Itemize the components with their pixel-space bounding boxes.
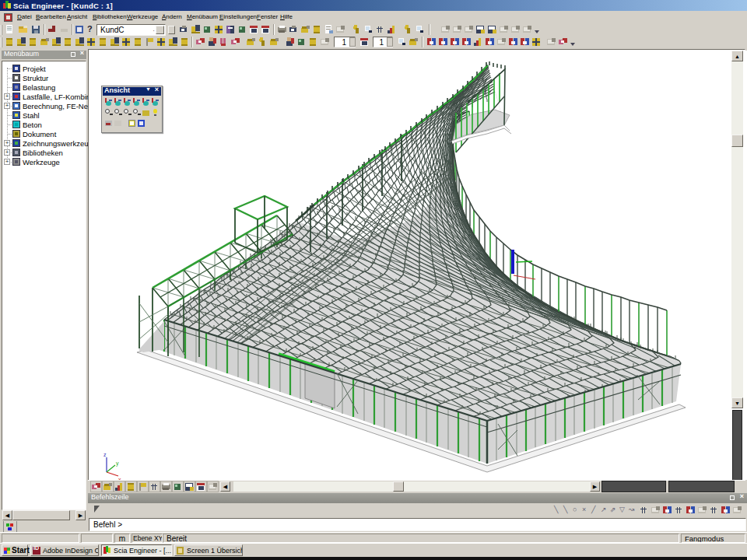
svg-text:z: z [103, 452, 107, 457]
svg-text:y: y [116, 460, 119, 467]
